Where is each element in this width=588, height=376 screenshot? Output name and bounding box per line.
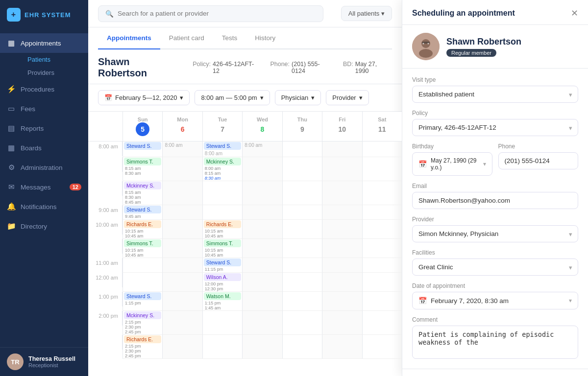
date-range-selector[interactable]: 📅 February 5—12, 2020 ▾ xyxy=(98,90,190,105)
chevron-down-icon: ▾ xyxy=(311,94,315,101)
cal-cell-wed-800[interactable]: 8:00 am xyxy=(242,141,282,157)
tab-history[interactable]: History xyxy=(246,27,284,49)
search-input[interactable] xyxy=(118,10,316,17)
panel-header: Scheduling an appointment ✕ xyxy=(402,0,588,25)
cal-cell-fri-830 xyxy=(322,181,362,205)
sidebar-item-messages[interactable]: ✉ Messages 12 xyxy=(0,177,88,197)
panel-patient-info: Shawn Robertson Regular member xyxy=(446,37,521,57)
svg-point-2 xyxy=(419,49,433,58)
cal-cell-sun-200[interactable]: Mckinney S. 2:15 pm 2:30 pm 2:45 pm xyxy=(122,311,162,335)
sidebar-item-providers[interactable]: Providers xyxy=(21,66,88,79)
sidebar-item-boards[interactable]: ▦ Boards xyxy=(0,138,88,158)
event-wilson-tue-1200[interactable]: Wilson A. xyxy=(204,273,241,281)
sidebar-item-procedures[interactable]: ⚡ Procedures xyxy=(0,79,88,99)
cal-cell-thu-1000 xyxy=(282,220,322,239)
phone-input[interactable] xyxy=(498,152,579,169)
event-richards-tue-1000[interactable]: Richards E. xyxy=(204,220,241,228)
cal-cell-tue-800[interactable]: Steward S. 8:00 am xyxy=(202,141,242,157)
policy-select[interactable]: Primary, 426-45-12AFT-12 xyxy=(412,119,578,136)
cal-cell-mon-800[interactable]: 8:00 am xyxy=(162,141,202,157)
event-steward-sun-100[interactable]: Steward S. xyxy=(124,292,161,300)
cal-cell-fri-1015 xyxy=(322,239,362,258)
time-range-selector[interactable]: 8:00 am — 5:00 pm ▾ xyxy=(195,90,270,105)
day-number-10: 10 xyxy=(335,122,349,136)
event-simmons-tue-1015[interactable]: Simmons T. xyxy=(204,239,241,247)
date-appointment-input[interactable]: 📅 February 7, 2020, 8:30 am ▾ xyxy=(412,292,578,309)
policy-label: Policy: xyxy=(193,61,211,74)
event-steward-tue-1100[interactable]: Steward S. xyxy=(204,258,241,266)
sidebar-nav: ▦ Appointments Patients Providers ⚡ Proc… xyxy=(0,29,88,347)
cal-cell-sat-1200 xyxy=(362,273,402,292)
day-header-mon: Mon 6 xyxy=(162,112,202,141)
sidebar-item-administration[interactable]: ⚙ Administration xyxy=(0,158,88,177)
cal-cell-tue-1000[interactable]: Richards E. 10:15 am 10:45 am xyxy=(202,220,242,239)
sidebar-item-appointments[interactable]: ▦ Appointments xyxy=(0,33,88,53)
event-steward-sun-945[interactable]: Steward S. xyxy=(124,206,161,213)
all-patients-button[interactable]: All patients ▾ xyxy=(341,6,392,21)
panel-footer: Schedule an appointment 🔗 Attach files xyxy=(402,369,588,376)
sidebar-item-patients[interactable]: Patients xyxy=(21,53,88,66)
email-field: Email xyxy=(412,183,578,209)
tab-tests[interactable]: Tests xyxy=(213,27,246,49)
close-button[interactable]: ✕ xyxy=(571,9,578,18)
time-range-value: 8:00 am — 5:00 pm xyxy=(201,94,257,101)
day-number-7: 7 xyxy=(216,122,229,136)
birthday-value: May 27, 1990 (29 y.o.) xyxy=(431,157,483,171)
event-mckinney-sun-830[interactable]: Mckinney S. xyxy=(124,182,161,189)
cal-cell-tue-1100[interactable]: Steward S. 11:15 pm xyxy=(202,258,242,273)
cal-cell-sat-815 xyxy=(362,157,402,181)
sidebar-item-notifications[interactable]: 🔔 Notifications xyxy=(0,197,88,216)
cal-cell-tue-100[interactable]: Watson M. 1:15 pm 1:45 am xyxy=(202,292,242,311)
physician-filter[interactable]: Physician ▾ xyxy=(275,90,321,105)
cal-cell-fri-100 xyxy=(322,292,362,311)
event-mckinney-sun-200[interactable]: Mckinney S. xyxy=(124,311,161,319)
event-simmons-sun-815[interactable]: Simmons T. xyxy=(124,158,161,165)
cal-cell-sun-800[interactable]: Steward S. xyxy=(122,141,162,157)
tab-patient-card[interactable]: Patient card xyxy=(160,27,213,49)
cal-cell-sun-100[interactable]: Steward S. 1:15 pm xyxy=(122,292,162,311)
event-simmons-sun-1015[interactable]: Simmons T. xyxy=(124,239,161,247)
birthday-input[interactable]: 📅 May 27, 1990 (29 y.o.) ▾ xyxy=(412,152,492,176)
cal-cell-sun-215[interactable]: Richards E. 2:15 pm 2:30 pm 2:45 pm xyxy=(122,335,162,359)
event-richards-sun-215[interactable]: Richards E. xyxy=(124,335,161,343)
calendar-icon-2: 📅 xyxy=(418,297,427,305)
svg-point-4 xyxy=(423,43,424,45)
cal-cell-sun-1000[interactable]: Richards E. 10:15 am 10:45 am xyxy=(122,220,162,239)
cal-cell-thu-1200 xyxy=(282,273,322,292)
sidebar-item-directory[interactable]: 📁 Directory xyxy=(0,216,88,236)
event-mckinney-tue-815[interactable]: Mckinney S. xyxy=(204,158,241,165)
visit-type-select[interactable]: Established patient New patient Follow-u… xyxy=(412,86,578,103)
email-input[interactable] xyxy=(412,192,578,209)
cal-cell-sun-900[interactable]: Steward S. 9:45 am xyxy=(122,205,162,220)
tab-appointments[interactable]: Appointments xyxy=(98,27,160,49)
policy-field: Policy Primary, 426-45-12AFT-12 xyxy=(412,110,578,136)
user-name: Theresa Russell xyxy=(28,355,75,362)
provider-select[interactable]: Simon Mckinney, Physician xyxy=(412,225,578,242)
facilities-select[interactable]: Great Clinic xyxy=(412,258,578,276)
cal-cell-fri-800 xyxy=(322,141,362,157)
sidebar-item-fees[interactable]: ▭ Fees xyxy=(0,99,88,118)
event-steward-s-sun-800[interactable]: Steward S. xyxy=(124,142,161,150)
cal-cell-tue-1015[interactable]: Simmons T. 10:15 am 10:45 am xyxy=(202,239,242,258)
calendar-icon: 📅 xyxy=(418,160,427,168)
cal-cell-tue-1200[interactable]: Wilson A. 12:00 pm 12:30 pm xyxy=(202,273,242,292)
cal-cell-tue-830 xyxy=(202,181,242,205)
date-appointment-field: Date of appointment 📅 February 7, 2020, … xyxy=(412,282,578,309)
cal-cell-sun-1015[interactable]: Simmons T. 10:15 am 10:45 am xyxy=(122,239,162,258)
comment-textarea[interactable] xyxy=(412,326,578,359)
calendar-controls: 📅 February 5—12, 2020 ▾ 8:00 am — 5:00 p… xyxy=(88,84,402,112)
provider-filter[interactable]: Provider ▾ xyxy=(326,90,368,105)
event-steward-s-tue-800[interactable]: Steward S. xyxy=(204,142,241,150)
sidebar-item-reports[interactable]: ▤ Reports xyxy=(0,118,88,138)
panel-form: Visit type Established patient New patie… xyxy=(402,69,588,369)
cal-cell-sun-830[interactable]: Mckinney S. 8:15 am 8:30 am 8:45 am xyxy=(122,181,162,205)
event-watson-tue-100[interactable]: Watson M. xyxy=(204,292,241,300)
appointments-icon: ▦ xyxy=(7,39,16,47)
facilities-label: Facilities xyxy=(412,249,578,256)
cal-cell-sun-815[interactable]: Simmons T. 8:15 am 8:30 am xyxy=(122,157,162,181)
bd-label: BD: xyxy=(343,61,353,74)
cal-cell-tue-815[interactable]: Mckinney S. 8:00 am 8:15 am 8:30 am xyxy=(202,157,242,181)
sidebar-sub-nav: Patients Providers xyxy=(0,53,88,79)
date-appointment-label: Date of appointment xyxy=(412,282,578,289)
event-richards-sun-1000[interactable]: Richards E. xyxy=(124,220,161,228)
